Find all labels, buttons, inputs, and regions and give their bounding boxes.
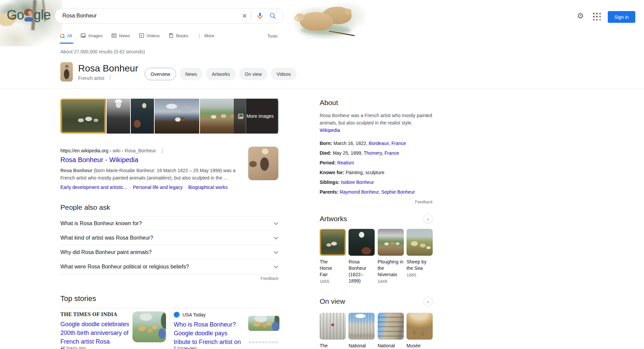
chevron-right-button[interactable]: ›: [423, 214, 433, 223]
paa-question-row[interactable]: What kind of artist was Rosa Bonheur?: [60, 231, 278, 245]
on-view-heading: On view: [320, 297, 345, 305]
clear-icon[interactable]: ✕: [240, 12, 251, 20]
tab-more[interactable]: ⋮ More: [197, 33, 214, 39]
museum-title: The: [320, 343, 346, 349]
chip-videos[interactable]: Videos: [271, 68, 297, 80]
tab-more-label: More: [204, 33, 214, 38]
entity-chips: Overview News Artworks On view Videos: [145, 68, 297, 80]
tab-images-label: Images: [88, 33, 103, 38]
google-doodle-logo[interactable]: Gogle: [7, 7, 51, 22]
museum-card[interactable]: Musée: [407, 313, 433, 349]
about-description: Rosa Bonheur was a French artist who mos…: [320, 112, 434, 127]
museum-card[interactable]: National: [378, 313, 404, 349]
divider: [60, 308, 278, 308]
strip-image-horse-fair[interactable]: [60, 99, 106, 134]
story-card[interactable]: USA Today Who is Rosa Bonheur? Google do…: [174, 311, 245, 349]
fact-link[interactable]: Realism: [337, 160, 354, 165]
artwork-image-rosa-portrait: [348, 229, 375, 256]
artworks-heading: Artworks: [320, 215, 347, 223]
museum-image-national-gallery: [348, 313, 375, 340]
divider: [251, 11, 252, 20]
tab-news[interactable]: News: [111, 33, 130, 38]
result-snippet: Rosa Bonheur (born Marie-Rosalie Bonheur…: [60, 167, 248, 182]
result-url: https://en.wikipedia.org: [60, 148, 108, 153]
paa-feedback-link[interactable]: Feedback: [60, 276, 278, 281]
result-thumbnail[interactable]: [248, 147, 278, 180]
chip-on-view[interactable]: On view: [239, 68, 268, 80]
tab-images[interactable]: Images: [80, 33, 103, 38]
result-title-link[interactable]: Rosa Bonheur - Wikipedia: [60, 156, 248, 164]
separator: ·: [129, 185, 131, 190]
wikipedia-link[interactable]: Wikipedia: [320, 128, 340, 133]
divider: [248, 335, 279, 335]
chevron-right-button[interactable]: ›: [423, 297, 433, 306]
more-images-button[interactable]: More images: [234, 99, 278, 134]
fact-link[interactable]: Sophie Bonheur: [381, 189, 415, 195]
story-headline[interactable]: Google doodle celebrates 200th birth ann…: [60, 320, 131, 349]
story-headline[interactable]: Who is Rosa Bonheur? Google doodle pays …: [174, 320, 245, 349]
strip-image-portrait-photo[interactable]: [107, 99, 130, 134]
result-stats: About 27,000,000 results (0.62 seconds): [60, 49, 145, 54]
strip-image-ploughing[interactable]: [155, 99, 199, 134]
artwork-card[interactable]: The Horse Fair 1855: [320, 229, 346, 285]
fact-link[interactable]: Raymond Bonheur: [340, 189, 379, 195]
doodle-sheep-painting: [291, 1, 365, 39]
tab-all[interactable]: All: [60, 33, 72, 38]
separator: ,: [379, 189, 380, 195]
search-submit-icon[interactable]: [269, 12, 276, 19]
artwork-year: 1865: [407, 272, 433, 278]
entity-avatar[interactable]: [60, 62, 73, 82]
sitelink-1[interactable]: Early development and artistic...: [60, 185, 127, 190]
artwork-image-ploughing-nivernais: [378, 229, 404, 256]
entity-menu-icon[interactable]: ⋮: [108, 74, 113, 81]
more-images-label: More images: [247, 113, 274, 119]
artwork-year: 1849: [378, 279, 404, 284]
artwork-card[interactable]: Rosa Bonheur (1822–1899): [348, 229, 375, 285]
paa-question-row[interactable]: What is Rosa Bonheur known for?: [60, 216, 278, 231]
sign-in-button[interactable]: Sign in: [608, 11, 635, 23]
result-menu-icon[interactable]: ⋮: [160, 148, 165, 153]
chip-artworks[interactable]: Artworks: [206, 68, 235, 80]
mic-icon[interactable]: [256, 12, 264, 19]
about-feedback-link[interactable]: Feedback: [320, 200, 433, 204]
story-card[interactable]: THE TIMES OF INDIA Google doodle celebra…: [60, 311, 131, 349]
tab-videos[interactable]: Videos: [139, 33, 160, 38]
museum-card[interactable]: National: [348, 313, 375, 349]
artwork-title: Sheep by the Sea: [407, 259, 427, 271]
story-thumbnail[interactable]: [132, 311, 166, 342]
search-bar[interactable]: ✕: [55, 8, 283, 23]
paa-question-row[interactable]: What were Rosa Bonheur political or reli…: [60, 260, 278, 274]
fact-link[interactable]: Bordeaux, France: [369, 141, 406, 146]
search-input[interactable]: [62, 13, 240, 19]
paa-question-row[interactable]: Why did Rosa Bonheur paint animals?: [60, 245, 278, 260]
strip-image-portrait-with-calf[interactable]: [131, 99, 154, 134]
story-timestamp: 16 hours ago: [60, 345, 86, 349]
sitelink-2[interactable]: Personal life and legacy: [133, 185, 183, 190]
fact-link[interactable]: Thomery, France: [364, 150, 399, 156]
sitelink-3[interactable]: Biographical works: [188, 185, 228, 190]
fact-period: Period: Realism: [320, 160, 435, 166]
tab-books[interactable]: Books: [168, 33, 188, 38]
fact-label: Parents:: [320, 189, 338, 195]
fact-died: Died: May 25, 1899, Thomery, France: [320, 150, 435, 156]
google-apps-icon[interactable]: [593, 13, 601, 21]
chip-overview[interactable]: Overview: [145, 68, 176, 80]
rosa-bonheur-portrait-icon: [24, 9, 34, 21]
source-name: USA Today: [182, 312, 206, 317]
artwork-card[interactable]: Ploughing in the Nivernais 1849: [378, 229, 404, 285]
divider: [248, 339, 279, 339]
settings-gear-icon[interactable]: ⚙: [577, 12, 584, 20]
search-tabs: All Images News Videos Books ⋮ More: [60, 33, 223, 39]
museum-image-musee-dorsay: [407, 313, 433, 340]
fact-text: May 25, 1899,: [333, 150, 363, 156]
paa-heading: People also ask: [60, 203, 278, 211]
museum-card[interactable]: The: [320, 313, 346, 349]
fact-link[interactable]: Isidore Bonheur: [341, 180, 374, 185]
artwork-card[interactable]: Sheep by the Sea 1865: [407, 229, 433, 285]
tools-button[interactable]: Tools: [267, 34, 277, 39]
divider: [170, 310, 170, 349]
story-thumbnail[interactable]: [248, 316, 279, 331]
result-breadcrumb: › wiki › Rosa_Bonheur: [110, 148, 156, 153]
artwork-title: Ploughing in the Nivernais: [378, 259, 405, 278]
chip-news[interactable]: News: [179, 68, 203, 80]
